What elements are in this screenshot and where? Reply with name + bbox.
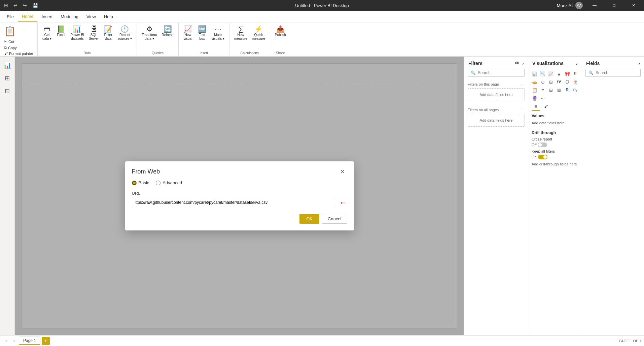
viz-icon-donut[interactable]: ⊙ bbox=[539, 78, 546, 86]
enter-data-button[interactable]: 📝 Enterdata bbox=[102, 24, 115, 42]
filters-all-pages-more[interactable]: ··· bbox=[522, 108, 525, 112]
minimize-button[interactable]: — bbox=[587, 0, 602, 11]
menu-modeling[interactable]: Modeling bbox=[57, 12, 82, 21]
filters-this-page-add-label: Add data fields here bbox=[480, 93, 513, 97]
share-group-label: Share bbox=[273, 51, 288, 56]
quick-measure-label: Quickmeasure bbox=[252, 33, 265, 40]
cross-report-track[interactable] bbox=[538, 143, 547, 147]
format-painter-button[interactable]: 🖌 Format painter bbox=[3, 51, 35, 56]
keep-filters-toggle[interactable]: On bbox=[532, 155, 578, 159]
viz-icon-bar[interactable]: 📊 bbox=[531, 70, 538, 77]
more-visuals-button[interactable]: ⋯ Morevisuals ▾ bbox=[210, 24, 226, 42]
viz-tab-format[interactable]: 🖌 bbox=[541, 103, 550, 111]
viz-icon-kpi[interactable]: 📋 bbox=[531, 86, 538, 94]
menu-home[interactable]: Home bbox=[18, 12, 38, 22]
new-visual-button[interactable]: 📈 Newvisual bbox=[181, 24, 195, 42]
excel-button[interactable]: 📗 Excel bbox=[55, 24, 68, 38]
visualizations-title: Visualizations bbox=[532, 61, 564, 66]
keep-filters-row: Keep all filters bbox=[528, 149, 582, 154]
filters-all-pages-add-label: Add data fields here bbox=[480, 118, 513, 122]
radio-advanced[interactable] bbox=[156, 181, 160, 185]
cut-button[interactable]: ✂ Cut bbox=[3, 39, 35, 44]
filters-search-box: 🔍 bbox=[468, 69, 525, 77]
new-measure-label: Newmeasure bbox=[234, 33, 247, 40]
undo-button[interactable]: ↩ bbox=[12, 1, 19, 9]
new-measure-button[interactable]: ∑ Newmeasure bbox=[232, 24, 249, 42]
viz-icon-r[interactable]: R bbox=[564, 86, 571, 94]
viz-icons-grid: 📊 📉 📈 ▲ 🎀 ⠿ 🥧 ⊙ ⊞ 🗺 ⏱ 🃏 📋 ≡ ⊟ ⊠ R Py 🔮 ·… bbox=[528, 69, 582, 103]
transform-data-button[interactable]: ⚙ Transformdata ▾ bbox=[140, 24, 159, 42]
viz-icon-area[interactable]: ▲ bbox=[555, 70, 563, 77]
keep-filters-track[interactable] bbox=[538, 155, 547, 159]
quick-measure-button[interactable]: ⚡ Quickmeasure bbox=[250, 24, 267, 42]
text-box-button[interactable]: 🔤 Textbox bbox=[195, 24, 209, 42]
recent-sources-button[interactable]: 🕐 Recentsources ▾ bbox=[116, 24, 134, 42]
viz-values-label: Values bbox=[528, 112, 582, 120]
viz-icon-line[interactable]: 📈 bbox=[547, 70, 554, 77]
modal-close-button[interactable]: ✕ bbox=[338, 167, 347, 176]
paste-button[interactable]: 📋 bbox=[3, 24, 17, 38]
copy-button[interactable]: ⧉ Copy bbox=[3, 45, 35, 51]
radio-basic-label[interactable]: Basic bbox=[132, 180, 149, 185]
viz-tab-fields[interactable]: ⊞ bbox=[532, 103, 540, 111]
radio-basic[interactable] bbox=[132, 181, 137, 185]
viz-icon-matrix[interactable]: ⊠ bbox=[555, 86, 563, 94]
viz-add-data: Add data fields here bbox=[528, 120, 582, 128]
viz-icon-map[interactable]: 🗺 bbox=[555, 78, 563, 86]
redo-button[interactable]: ↪ bbox=[22, 1, 28, 9]
viz-icon-column[interactable]: 📉 bbox=[539, 70, 546, 77]
filter-chevron-icon[interactable]: › bbox=[522, 61, 524, 66]
keep-filters-label: Keep all filters bbox=[532, 149, 555, 153]
menu-help[interactable]: Help bbox=[100, 12, 117, 21]
filters-this-page-section: Filters on this page ··· Add data fields… bbox=[464, 80, 528, 105]
cancel-button[interactable]: Cancel bbox=[322, 214, 347, 224]
transform-data-label: Transformdata ▾ bbox=[142, 33, 157, 40]
menu-insert[interactable]: Insert bbox=[38, 12, 57, 21]
prev-page-button[interactable]: ‹ bbox=[3, 338, 9, 344]
get-data-icon: 🗃 bbox=[44, 26, 50, 32]
small-clipboard-buttons: ✂ Cut ⧉ Copy 🖌 Format painter bbox=[3, 39, 35, 56]
viz-icon-treemap[interactable]: ⊞ bbox=[547, 78, 554, 86]
refresh-button[interactable]: 🔄 Refresh bbox=[160, 24, 176, 38]
close-button[interactable]: ✕ bbox=[626, 0, 641, 11]
sidebar-item-data[interactable]: ⊞ bbox=[1, 72, 13, 84]
user-info[interactable]: Moez Ali MA bbox=[557, 2, 583, 9]
filters-this-page-more[interactable]: ··· bbox=[522, 82, 525, 86]
viz-icon-slicer[interactable]: ≡ bbox=[539, 86, 546, 94]
ok-button[interactable]: OK bbox=[299, 214, 319, 224]
cross-report-toggle[interactable]: Off bbox=[532, 143, 578, 147]
viz-icon-pie[interactable]: 🥧 bbox=[531, 78, 538, 86]
viz-icon-py[interactable]: Py bbox=[572, 86, 579, 94]
user-name: Moez Ali bbox=[557, 3, 573, 8]
publish-button[interactable]: 📤 Publish bbox=[273, 24, 288, 38]
add-page-button[interactable]: + bbox=[42, 337, 50, 345]
menu-view[interactable]: View bbox=[82, 12, 100, 21]
sidebar-item-model[interactable]: ⊟ bbox=[1, 85, 13, 97]
viz-icon-scatter[interactable]: ⠿ bbox=[572, 70, 579, 77]
page-tab-1[interactable]: Page 1 bbox=[19, 337, 40, 345]
sidebar-item-report[interactable]: 📊 bbox=[1, 59, 13, 71]
radio-advanced-label[interactable]: Advanced bbox=[156, 180, 182, 185]
save-button[interactable]: 💾 bbox=[31, 1, 39, 9]
visualizations-chevron[interactable]: › bbox=[576, 61, 578, 66]
sql-server-button[interactable]: 🗄 SQLServer bbox=[87, 24, 101, 42]
modal-overlay: From Web ✕ Basic Advanced URL bbox=[15, 57, 464, 335]
keep-filters-toggle-row: On bbox=[528, 154, 582, 161]
viz-icon-table[interactable]: ⊟ bbox=[547, 86, 554, 94]
maximize-button[interactable]: □ bbox=[606, 0, 622, 11]
next-page-button[interactable]: › bbox=[11, 338, 17, 344]
filters-search-input[interactable] bbox=[478, 70, 528, 75]
fields-chevron[interactable]: › bbox=[638, 61, 640, 66]
menu-file[interactable]: File bbox=[3, 12, 18, 21]
viz-icon-ribbon[interactable]: 🎀 bbox=[564, 70, 571, 77]
viz-icon-azi[interactable]: 🔮 bbox=[531, 94, 538, 102]
url-input[interactable] bbox=[132, 198, 335, 207]
viz-icon-gauge[interactable]: ⏱ bbox=[564, 78, 571, 86]
viz-icon-card[interactable]: 🃏 bbox=[572, 78, 579, 86]
filter-eye-icon[interactable]: 👁 bbox=[515, 61, 520, 66]
url-label: URL bbox=[132, 191, 347, 196]
powerbi-datasets-button[interactable]: 📊 Power BIdatasets bbox=[69, 24, 86, 42]
get-data-button[interactable]: 🗃 Getdata ▾ bbox=[40, 24, 54, 42]
fields-search-input[interactable] bbox=[596, 70, 644, 75]
viz-icon-more[interactable]: ··· bbox=[539, 94, 546, 102]
